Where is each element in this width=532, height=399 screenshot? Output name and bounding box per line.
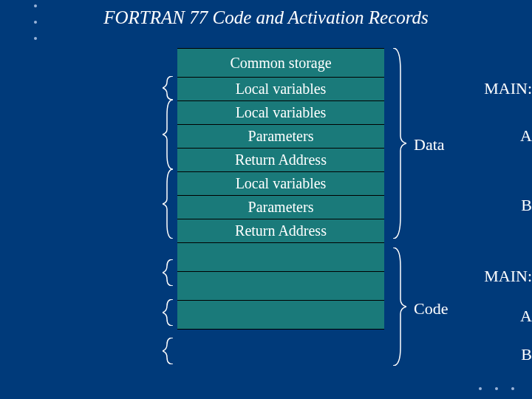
brace-a2 — [163, 299, 176, 326]
label-main2: MAIN: — [81, 267, 532, 286]
cell-a-return: Return Address — [177, 148, 384, 171]
brace-data — [390, 48, 406, 239]
label-data: Data — [414, 135, 445, 154]
page-title: FORTRAN 77 Code and Activation Records — [0, 7, 532, 28]
diagram: Common storage Local variables Local var… — [0, 48, 532, 392]
label-main: MAIN: — [81, 79, 532, 98]
label-b2: B — [118, 345, 532, 364]
cell-b-return: Return Address — [177, 219, 384, 242]
brace-code — [390, 248, 406, 366]
cell-b-lv: Local variables — [177, 171, 384, 195]
label-a2: A — [118, 307, 532, 326]
cell-common: Common storage — [177, 48, 384, 77]
brace-b — [163, 169, 176, 239]
brace-main2 — [163, 259, 176, 286]
label-code: Code — [414, 299, 448, 318]
brace-main — [163, 76, 176, 100]
label-a: A — [118, 126, 532, 146]
cell-a-lv: Local variables — [177, 100, 384, 124]
brace-a — [163, 100, 176, 169]
label-b: B — [118, 196, 532, 215]
brace-b2 — [163, 338, 176, 364]
